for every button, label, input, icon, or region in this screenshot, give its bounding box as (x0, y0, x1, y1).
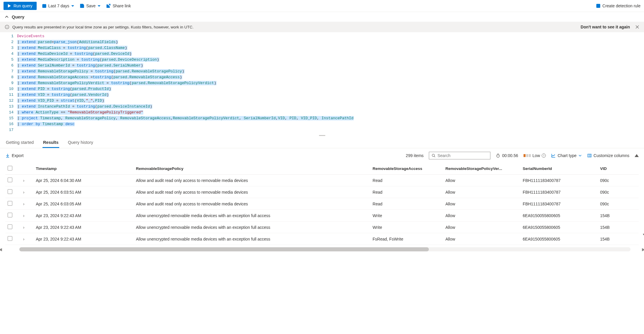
row-checkbox[interactable] (8, 189, 12, 194)
search-icon (431, 153, 436, 158)
run-query-button[interactable]: Run query (4, 2, 37, 10)
info-icon[interactable]: i (542, 154, 546, 158)
expand-row-icon[interactable]: › (21, 233, 33, 245)
search-input[interactable] (437, 153, 488, 158)
svg-point-9 (7, 26, 7, 26)
svg-line-11 (434, 156, 435, 157)
cell-vid: 090c (598, 198, 639, 210)
results-table: Timestamp RemovableStoragePolicy Removab… (5, 163, 639, 245)
create-detection-rule-button[interactable]: Create detection rule (596, 4, 640, 8)
cell-timestamp: Apr 23, 2024 9:22:43 AM (33, 233, 134, 245)
cell-policy: Allow unencrypted removable media device… (134, 210, 370, 221)
customize-columns-label: Customize columns (594, 153, 629, 158)
chart-type-dropdown[interactable]: Chart type (551, 153, 582, 158)
columns-icon (587, 153, 592, 158)
share-link-button[interactable]: Share link (106, 4, 131, 8)
banner-dismiss-link[interactable]: Don't want to see it again (581, 25, 630, 29)
detection-rule-icon (596, 4, 601, 8)
tab-results[interactable]: Results (43, 137, 59, 148)
play-icon (8, 4, 11, 8)
tab-query-history[interactable]: Query history (67, 137, 94, 148)
table-row[interactable]: ›Apr 23, 2024 9:22:43 AMAllow unencrypte… (5, 233, 639, 245)
cell-serial: FBH1111183400787 (520, 198, 598, 210)
chart-type-label: Chart type (558, 153, 577, 158)
customize-columns-button[interactable]: Customize columns (587, 153, 629, 158)
svg-rect-5 (81, 4, 83, 5)
save-icon (80, 4, 84, 8)
cell-policy: Allow and audit read only access to remo… (134, 175, 370, 186)
export-button[interactable]: Export (5, 153, 23, 158)
table-row[interactable]: ›Apr 25, 2024 6:04:30 AMAllow and audit … (5, 175, 639, 186)
scroll-right-icon[interactable]: ▶ (642, 247, 644, 252)
cell-serial: 6EA9150055800605 (520, 221, 598, 233)
table-row[interactable]: ›Apr 23, 2024 9:22:43 AMAllow unencrypte… (5, 210, 639, 221)
table-row[interactable]: ›Apr 23, 2024 9:22:43 AMAllow unencrypte… (5, 221, 639, 233)
chevron-down-icon (71, 4, 74, 8)
expand-row-icon[interactable]: › (21, 198, 33, 210)
query-section-header[interactable]: Query (0, 12, 644, 22)
table-row[interactable]: ›Apr 25, 2024 6:03:51 AMAllow and audit … (5, 186, 639, 198)
memory-indicator: Low i (524, 153, 546, 158)
col-access[interactable]: RemovableStorageAccess (370, 163, 443, 175)
cell-serial: FBH1111183400787 (520, 186, 598, 198)
stopwatch-icon (496, 153, 500, 158)
download-icon (5, 153, 10, 158)
info-banner: Query results are presented in your loca… (0, 22, 644, 32)
create-detection-rule-label: Create detection rule (602, 4, 640, 8)
toolbar: Run query Last 7 days Save Share link Cr… (0, 0, 644, 12)
chevron-down-icon (578, 154, 582, 157)
time-range-label: Last 7 days (48, 4, 69, 8)
cell-policy: Allow unencrypted removable media device… (134, 233, 370, 245)
select-all-checkbox[interactable] (8, 166, 12, 171)
horizontal-scrollbar[interactable] (19, 247, 631, 251)
row-checkbox[interactable] (8, 236, 12, 241)
svg-rect-15 (588, 154, 591, 157)
cell-policy: Allow and audit read only access to remo… (134, 186, 370, 198)
close-icon[interactable] (635, 25, 639, 29)
expand-row-icon[interactable]: › (21, 186, 33, 198)
expand-row-icon[interactable]: › (21, 210, 33, 221)
results-toolbar: Export 299 items 00:00.56 Low i Chart ty… (0, 148, 644, 163)
code-editor[interactable]: 1234567891011121314151617 DeviceEvents| … (0, 32, 644, 134)
col-timestamp[interactable]: Timestamp (33, 163, 134, 175)
line-number-gutter: 1234567891011121314151617 (0, 33, 17, 133)
cell-verdict: Allow (443, 233, 520, 245)
cell-verdict: Allow (443, 221, 520, 233)
expand-row-icon[interactable]: › (21, 175, 33, 186)
cell-serial: FBH1111183400787 (520, 175, 598, 186)
scroll-left-icon[interactable]: ◀ (0, 247, 2, 252)
scroll-down-icon[interactable] (643, 234, 644, 237)
cell-vid: 154B (598, 233, 639, 245)
scroll-up-icon[interactable] (635, 154, 639, 157)
chart-icon (551, 153, 556, 158)
splitter-handle[interactable] (0, 134, 644, 137)
tab-getting-started[interactable]: Getting started (5, 137, 34, 148)
cell-verdict: Allow (443, 175, 520, 186)
chevron-up-icon (5, 15, 9, 19)
row-checkbox[interactable] (8, 178, 12, 182)
row-checkbox[interactable] (8, 201, 12, 206)
memory-label: Low (533, 153, 540, 158)
save-label: Save (86, 4, 96, 8)
save-dropdown[interactable]: Save (80, 4, 101, 8)
banner-message: Query results are presented in your loca… (12, 25, 578, 29)
col-serial[interactable]: SerialNumberId (520, 163, 598, 175)
cell-verdict: Allow (443, 186, 520, 198)
cell-timestamp: Apr 25, 2024 6:03:51 AM (33, 186, 134, 198)
search-box[interactable] (429, 152, 490, 159)
cell-policy: Allow and audit read only access to remo… (134, 198, 370, 210)
cell-timestamp: Apr 23, 2024 9:22:43 AM (33, 210, 134, 221)
col-verdict[interactable]: RemovableStoragePolicyVer... (443, 163, 520, 175)
code-content[interactable]: DeviceEvents| extend parsed=parse_json(A… (17, 33, 354, 133)
svg-point-10 (432, 154, 434, 156)
expand-row-icon[interactable]: › (21, 221, 33, 233)
col-vid[interactable]: VID (598, 163, 639, 175)
cell-access: Read (370, 186, 443, 198)
row-checkbox[interactable] (8, 213, 12, 217)
row-checkbox[interactable] (8, 224, 12, 229)
cell-access: FsRead, FsWrite (370, 233, 443, 245)
table-row[interactable]: ›Apr 25, 2024 6:03:05 AMAllow and audit … (5, 198, 639, 210)
cell-timestamp: Apr 25, 2024 6:03:05 AM (33, 198, 134, 210)
time-range-dropdown[interactable]: Last 7 days (42, 4, 75, 8)
col-policy[interactable]: RemovableStoragePolicy (134, 163, 370, 175)
